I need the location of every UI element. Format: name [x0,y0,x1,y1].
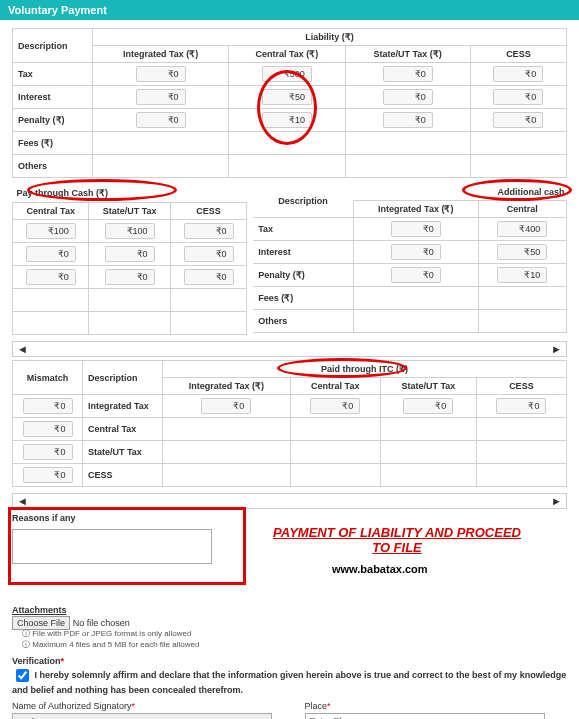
cell-value: ₹50 [229,86,345,109]
cell-value: ₹0 [476,395,566,418]
table-row: ₹0₹0₹0 [13,266,247,289]
cell-value: ₹10 [478,264,566,287]
cell-value: ₹0 [353,241,478,264]
cell-value: x [89,289,170,312]
page-title: Voluntary Payment [8,4,107,16]
cell-value: ₹0 [290,395,380,418]
additional-cash-title: Additional cash [353,184,566,201]
cell-value: ₹0 [93,63,229,86]
cell-value: x [345,132,470,155]
col-stateut: State/UT Tax (₹) [345,46,470,63]
cell-value: ₹400 [478,218,566,241]
addl-col-central: Central [478,201,566,218]
cell-value: x [229,155,345,178]
table-row: ₹0Integrated Tax₹0₹0₹0₹0 [13,395,567,418]
table-row: Tax₹0₹400 [253,218,566,241]
cell-value: ₹0 [13,243,89,266]
cell-value: ₹0 [163,395,291,418]
cell-value: x [345,155,470,178]
cell-value: x [89,312,170,335]
table-row: xxx [13,312,247,335]
signatory-label: Name of Authorized Signatory [12,701,132,711]
cell-value: ₹0 [470,63,566,86]
itc-col-integrated: Integrated Tax (₹) [163,378,291,395]
itc-desc-head: Description [83,361,163,395]
cell-value: x [93,132,229,155]
overlay-big-text: PAYMENT OF LIABILITY AND PROCEED TO FILE [272,525,522,555]
pay-through-cash-table: Pay through Cash (₹) Central Tax State/U… [12,184,247,335]
row-label: State/UT Tax [83,441,163,464]
cell-value: x [353,310,478,333]
cell-value: ₹0 [93,86,229,109]
cell-value: x [13,312,89,335]
cash-col-cess: CESS [170,203,247,220]
cell-value: ₹0 [345,109,470,132]
additional-cash-table: Description Additional cash Integrated T… [253,184,567,333]
no-file-text: No file chosen [73,618,130,628]
page-header: Voluntary Payment [0,0,579,20]
mismatch-cell: ₹0 [13,418,83,441]
reasons-label: Reasons if any [12,513,212,523]
cell-value: ₹50 [478,241,566,264]
table-row: Interest₹0₹50 [253,241,566,264]
cell-value: ₹10 [229,109,345,132]
cell-value: x [290,441,380,464]
scroll-left-icon[interactable]: ◄ [17,343,28,355]
cell-value: x [476,418,566,441]
cell-value: x [478,310,566,333]
cell-value: x [170,312,247,335]
scroll-left-icon-2[interactable]: ◄ [17,495,28,507]
table-row: Tax₹0₹500₹0₹0 [13,63,567,86]
cell-value: ₹0 [13,266,89,289]
attach-note-1: ⓘ File with PDF or JPEG format is only a… [22,628,567,639]
verification-text: I hereby solemnly affirm and declare tha… [12,670,566,695]
cell-value: ₹0 [170,243,247,266]
verification-checkbox[interactable] [16,669,29,682]
row-label: Interest [13,86,93,109]
row-label: Fees (₹) [253,287,353,310]
scroll-right-icon-2[interactable]: ► [551,495,562,507]
mismatch-cell: ₹0 [13,441,83,464]
cell-value: x [476,441,566,464]
table-row: Penalty (₹)₹0₹10 [253,264,566,287]
itc-col-stateut: State/UT Tax [380,378,476,395]
col-integrated: Integrated Tax (₹) [93,46,229,63]
cell-value: ₹0 [380,395,476,418]
row-label: Penalty (₹) [253,264,353,287]
itc-table: Mismatch Description Paid through ITC (₹… [12,360,567,487]
scroll-right-icon[interactable]: ► [551,343,562,355]
cell-value: x [353,287,478,310]
row-label: CESS [83,464,163,487]
scroll-bar[interactable]: ◄ ► [12,341,567,357]
cell-value: x [163,418,291,441]
cell-value: ₹0 [170,266,247,289]
cell-value: ₹0 [353,264,478,287]
cell-value: x [478,287,566,310]
cell-value: x [380,464,476,487]
cell-value: ₹0 [470,86,566,109]
table-row: Interest₹0₹50₹0₹0 [13,86,567,109]
table-row: Fees (₹)xx [253,287,566,310]
row-label: Penalty (₹) [13,109,93,132]
col-description: Description [13,29,93,63]
attach-note-2: ⓘ Maximum 4 files and 5 MB for each file… [22,639,567,650]
cell-value: ₹100 [89,220,170,243]
cell-value: x [13,289,89,312]
cell-value: x [476,464,566,487]
cell-value: x [380,418,476,441]
cell-value: x [163,464,291,487]
cell-value: x [290,464,380,487]
place-input[interactable] [305,713,545,719]
signatory-select[interactable]: Select [12,713,272,719]
row-label: Fees (₹) [13,132,93,155]
row-label: Others [13,155,93,178]
scroll-bar-2[interactable]: ◄ ► [12,493,567,509]
place-label: Place [305,701,328,711]
reasons-textarea[interactable] [12,529,212,564]
row-label: Others [253,310,353,333]
table-row: ₹0₹0₹0 [13,243,247,266]
addl-desc-head: Description [253,184,353,218]
cell-value: x [470,155,566,178]
table-row: ₹0Central Taxxxxx [13,418,567,441]
cell-value: ₹0 [470,109,566,132]
